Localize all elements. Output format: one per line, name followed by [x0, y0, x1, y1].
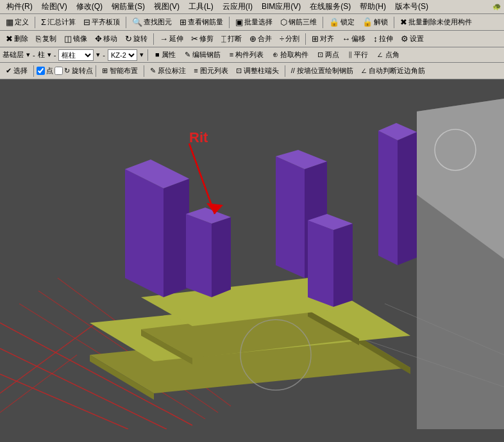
separator	[147, 49, 148, 61]
check-rotate-label: ↻ 旋转点	[55, 66, 93, 76]
name-select[interactable]: 框柱 框架柱 构造柱	[58, 49, 94, 61]
trim-icon: ✂	[191, 34, 198, 44]
btn-align[interactable]: ⊞对齐	[308, 33, 337, 45]
svg-marker-33	[378, 131, 398, 265]
btn-parallel[interactable]: ∥ 平行	[345, 49, 371, 61]
btn-copy[interactable]: ⎘复制	[33, 33, 60, 45]
separator	[96, 65, 96, 77]
separator	[394, 17, 394, 28]
btn-edit-rebar[interactable]: ✎ 编辑钢筋	[181, 49, 224, 61]
svg-marker-24	[186, 214, 212, 297]
btn-adjust-column-end[interactable]: ⊡ 调整柱端头	[233, 65, 282, 77]
scene-svg: Rit	[0, 79, 504, 429]
menu-rebar-qty[interactable]: 钢筋量(S)	[108, 0, 149, 13]
btn-unlock[interactable]: 🔓解锁	[359, 16, 391, 28]
btn-calc[interactable]: Σ汇总计算	[38, 16, 79, 28]
mirror-icon: ◫	[64, 34, 72, 44]
menu-modify[interactable]: 修改(Q)	[72, 0, 106, 13]
btn-element-list[interactable]: ≡ 图元列表	[190, 65, 231, 77]
btn-extend[interactable]: →延伸	[156, 33, 187, 45]
code-arrow: ▾	[140, 51, 144, 59]
unlock-icon: 🔓	[362, 17, 373, 27]
offset-icon: ↔	[342, 34, 350, 44]
btn-lock[interactable]: 🔒锁定	[326, 16, 358, 28]
rotate-icon: ↻	[125, 34, 132, 44]
menu-version[interactable]: 版本号(S)	[391, 0, 432, 13]
separator	[153, 33, 154, 45]
copy-icon: ⎘	[36, 34, 41, 44]
btn-merge[interactable]: ⊕合并	[246, 33, 275, 45]
menu-bim[interactable]: BIM应用(V)	[258, 0, 305, 13]
code-select[interactable]: KZ-1 KZ-2 KZ-3	[108, 49, 137, 61]
menu-view[interactable]: 视图(V)	[150, 0, 183, 13]
btn-define[interactable]: ▦定义	[3, 16, 32, 28]
menu-bar: 构件(R) 绘图(V) 修改(Q) 钢筋量(S) 视图(V) 工具(L) 云应用…	[0, 0, 504, 14]
svg-marker-30	[308, 220, 333, 307]
svg-text:Rit: Rit	[189, 129, 208, 145]
btn-view-rebar[interactable]: ⊞查看钢筋量	[176, 16, 226, 28]
btn-select[interactable]: ✔ 选择	[3, 65, 31, 77]
btn-stretch[interactable]: ↕拉伸	[370, 33, 396, 45]
svg-marker-22	[164, 179, 189, 297]
separator	[229, 17, 230, 28]
btn-move[interactable]: ✥移动	[92, 33, 121, 45]
check-rotate[interactable]	[55, 67, 63, 75]
break-icon: ⌶	[221, 34, 226, 44]
sigma-icon: Σ	[41, 17, 46, 27]
menu-tools[interactable]: 工具(L)	[185, 0, 217, 13]
separator	[285, 65, 285, 77]
btn-rotate[interactable]: ↻旋转	[122, 33, 151, 45]
name-arrow: ▾	[96, 51, 100, 59]
3d-icon: ⬡	[280, 17, 287, 27]
btn-align-top[interactable]: ⊟平齐板顶	[80, 16, 123, 28]
delete-icon: ✖	[6, 34, 13, 44]
rebar-icon: ⊞	[180, 17, 187, 27]
menu-draw[interactable]: 绘图(V)	[38, 0, 71, 13]
batch-icon: ▣	[235, 17, 243, 27]
define-icon: ▦	[6, 17, 13, 27]
type-label: 柱	[38, 50, 45, 60]
btn-settings[interactable]: ⚙设置	[398, 33, 427, 45]
canvas-area[interactable]: Rit	[0, 79, 504, 442]
btn-split[interactable]: ÷分割	[276, 33, 303, 45]
btn-original-annotation[interactable]: ✎ 原位标注	[147, 65, 189, 77]
menu-cloud[interactable]: 云应用(I)	[219, 0, 256, 13]
btn-break[interactable]: ⌶打断	[218, 33, 245, 45]
btn-mirror[interactable]: ◫镜像	[61, 33, 90, 45]
btn-pick[interactable]: ⊕ 拾取构件	[269, 49, 312, 61]
btn-offset[interactable]: ↔偏移	[339, 33, 369, 45]
btn-draw-rebar-by-wall[interactable]: // 按墙位置绘制钢筋	[288, 65, 357, 77]
separator	[35, 17, 35, 28]
btn-smart-layout[interactable]: ⊞ 智能布置	[99, 65, 141, 77]
svg-marker-34	[398, 132, 417, 265]
layer-arrow: ▾	[26, 51, 30, 59]
layer-label: 基础层	[3, 50, 24, 60]
btn-angle[interactable]: ∠ 点角	[374, 49, 402, 61]
separator	[126, 17, 126, 28]
menu-component[interactable]: 构件(R)	[3, 0, 37, 13]
btn-two-points[interactable]: ⊡ 两点	[314, 49, 342, 61]
btn-rebar-3d[interactable]: ⬡钢筋三维	[277, 16, 320, 28]
separator	[323, 17, 323, 28]
separator	[33, 65, 34, 77]
btn-trim[interactable]: ✂修剪	[188, 33, 217, 45]
type-arrow: ▾	[47, 51, 51, 59]
btn-properties[interactable]: ■ 属性	[152, 49, 179, 61]
btn-auto-corner-rebar[interactable]: ∠ 自动判断近边角筋	[358, 65, 428, 77]
check-point[interactable]	[37, 67, 45, 75]
svg-marker-21	[125, 169, 164, 297]
btn-component-list[interactable]: ≡ 构件列表	[226, 49, 267, 61]
menu-help[interactable]: 帮助(H)	[356, 0, 390, 13]
btn-batch-select[interactable]: ▣批量选择	[232, 16, 276, 28]
align-icon: ⊟	[83, 17, 90, 27]
align-icon: ⊞	[312, 34, 319, 44]
menu-online[interactable]: 在线服务(S)	[306, 0, 355, 13]
merge-icon: ⊕	[249, 34, 256, 44]
dash-sep3: -	[103, 51, 105, 59]
svg-marker-27	[276, 156, 305, 278]
btn-find[interactable]: 🔍查找图元	[129, 16, 175, 28]
check-point-label: 点	[37, 66, 53, 76]
btn-batch-delete[interactable]: ✖批量删除未使用构件	[397, 16, 475, 28]
lock-icon: 🔒	[329, 17, 339, 27]
btn-delete[interactable]: ✖删除	[3, 33, 31, 45]
